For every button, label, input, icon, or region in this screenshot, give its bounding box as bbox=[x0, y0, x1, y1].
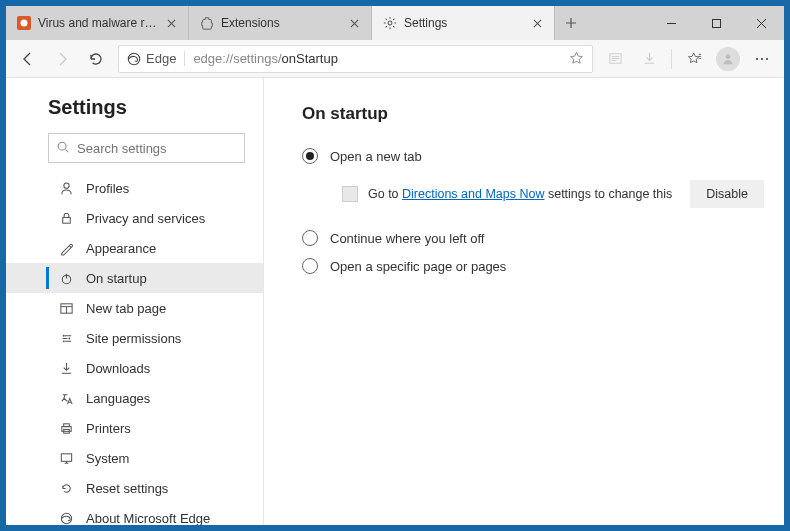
extension-notice-text: Go to Directions and Maps Now settings t… bbox=[368, 187, 672, 201]
radio-specific-pages[interactable]: Open a specific page or pages bbox=[302, 252, 764, 280]
favorites-button[interactable] bbox=[678, 43, 710, 75]
nav-label: On startup bbox=[86, 271, 147, 286]
edge-icon bbox=[58, 510, 74, 525]
nav-label: Downloads bbox=[86, 361, 150, 376]
tab-strip: Virus and malware removal instructions E… bbox=[6, 6, 784, 40]
permissions-icon bbox=[58, 330, 74, 346]
system-icon bbox=[58, 450, 74, 466]
new-tab-button[interactable] bbox=[555, 6, 587, 40]
radio-label: Open a new tab bbox=[330, 149, 422, 164]
extension-favicon bbox=[342, 186, 358, 202]
tab-virus-removal[interactable]: Virus and malware removal instructions bbox=[6, 6, 189, 40]
minimize-button[interactable] bbox=[649, 6, 694, 40]
profile-icon bbox=[58, 180, 74, 196]
svg-point-17 bbox=[62, 340, 64, 342]
settings-main: On startup Open a new tab Go to Directio… bbox=[264, 78, 784, 525]
svg-point-15 bbox=[62, 334, 64, 336]
nav-printers[interactable]: Printers bbox=[6, 413, 263, 443]
lock-icon bbox=[58, 210, 74, 226]
nav-system[interactable]: System bbox=[6, 443, 263, 473]
edge-badge: Edge bbox=[127, 51, 185, 66]
close-icon[interactable] bbox=[530, 16, 544, 30]
nav-label: Profiles bbox=[86, 181, 129, 196]
refresh-button[interactable] bbox=[80, 43, 112, 75]
content-area: Settings Profiles Privacy and services bbox=[6, 78, 784, 525]
reading-view-button[interactable] bbox=[599, 43, 631, 75]
close-icon[interactable] bbox=[347, 16, 361, 30]
tab-title: Extensions bbox=[221, 16, 341, 30]
search-input[interactable] bbox=[48, 133, 245, 163]
svg-point-1 bbox=[21, 20, 28, 27]
svg-point-9 bbox=[766, 57, 768, 59]
radio-icon bbox=[302, 258, 318, 274]
reset-icon bbox=[58, 480, 74, 496]
nav-label: Site permissions bbox=[86, 331, 181, 346]
edge-icon bbox=[127, 52, 141, 66]
settings-sidebar: Settings Profiles Privacy and services bbox=[6, 78, 264, 525]
svg-rect-19 bbox=[63, 423, 69, 426]
svg-point-16 bbox=[68, 337, 70, 339]
close-icon[interactable] bbox=[164, 16, 178, 30]
toolbar-separator bbox=[671, 49, 672, 69]
nav-label: Appearance bbox=[86, 241, 156, 256]
avatar bbox=[716, 47, 740, 71]
nav-label: About Microsoft Edge bbox=[86, 511, 210, 526]
maximize-button[interactable] bbox=[694, 6, 739, 40]
nav-about[interactable]: About Microsoft Edge bbox=[6, 503, 263, 525]
svg-rect-12 bbox=[62, 217, 70, 223]
profile-button[interactable] bbox=[712, 43, 744, 75]
search-icon bbox=[56, 140, 70, 154]
radio-icon bbox=[302, 230, 318, 246]
svg-point-6 bbox=[726, 54, 731, 59]
radio-icon bbox=[302, 148, 318, 164]
tab-extensions[interactable]: Extensions bbox=[189, 6, 372, 40]
gear-icon bbox=[382, 15, 398, 31]
svg-point-4 bbox=[128, 53, 139, 64]
browser-window: Virus and malware removal instructions E… bbox=[6, 6, 784, 525]
nav-privacy[interactable]: Privacy and services bbox=[6, 203, 263, 233]
nav-label: Printers bbox=[86, 421, 131, 436]
tab-settings[interactable]: Settings bbox=[372, 6, 555, 40]
printer-icon bbox=[58, 420, 74, 436]
nav-label: Reset settings bbox=[86, 481, 168, 496]
url-text: edge://settings/onStartup bbox=[193, 51, 338, 66]
nav-new-tab[interactable]: New tab page bbox=[6, 293, 263, 323]
downloads-button[interactable] bbox=[633, 43, 665, 75]
settings-title: Settings bbox=[6, 96, 263, 133]
nav-on-startup[interactable]: On startup bbox=[6, 263, 263, 293]
nav-downloads[interactable]: Downloads bbox=[6, 353, 263, 383]
svg-rect-3 bbox=[713, 19, 721, 27]
language-icon bbox=[58, 390, 74, 406]
svg-point-8 bbox=[761, 57, 763, 59]
toolbar: Edge edge://settings/onStartup bbox=[6, 40, 784, 78]
back-button[interactable] bbox=[12, 43, 44, 75]
disable-button[interactable]: Disable bbox=[690, 180, 764, 208]
radio-label: Open a specific page or pages bbox=[330, 259, 506, 274]
more-button[interactable] bbox=[746, 43, 778, 75]
nav-reset[interactable]: Reset settings bbox=[6, 473, 263, 503]
page-heading: On startup bbox=[302, 104, 764, 124]
extension-link[interactable]: Directions and Maps Now bbox=[402, 187, 544, 201]
extension-override-row: Go to Directions and Maps Now settings t… bbox=[302, 170, 764, 224]
nav-appearance[interactable]: Appearance bbox=[6, 233, 263, 263]
nav-label: Languages bbox=[86, 391, 150, 406]
svg-point-10 bbox=[58, 142, 66, 150]
radio-continue[interactable]: Continue where you left off bbox=[302, 224, 764, 252]
tab-title: Settings bbox=[404, 16, 524, 30]
favorite-icon[interactable] bbox=[569, 51, 584, 66]
download-icon bbox=[58, 360, 74, 376]
svg-point-2 bbox=[388, 21, 392, 25]
nav-languages[interactable]: Languages bbox=[6, 383, 263, 413]
tab-favicon bbox=[16, 15, 32, 31]
nav-label: New tab page bbox=[86, 301, 166, 316]
svg-point-11 bbox=[63, 183, 68, 188]
address-bar[interactable]: Edge edge://settings/onStartup bbox=[118, 45, 593, 73]
nav-label: Privacy and services bbox=[86, 211, 205, 226]
radio-open-new-tab[interactable]: Open a new tab bbox=[302, 142, 764, 170]
nav-site-permissions[interactable]: Site permissions bbox=[6, 323, 263, 353]
forward-button[interactable] bbox=[46, 43, 78, 75]
radio-label: Continue where you left off bbox=[330, 231, 484, 246]
svg-rect-21 bbox=[61, 453, 71, 461]
close-window-button[interactable] bbox=[739, 6, 784, 40]
nav-profiles[interactable]: Profiles bbox=[6, 173, 263, 203]
